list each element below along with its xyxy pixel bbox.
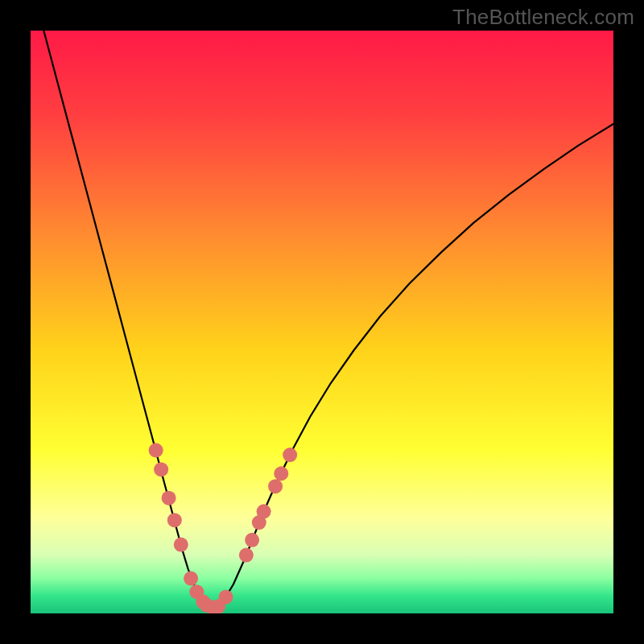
- highlight-dot: [268, 479, 283, 493]
- chart-svg: [31, 31, 613, 613]
- plot-area: [31, 31, 613, 613]
- highlight-dot: [149, 443, 163, 457]
- watermark-text: TheBottleneck.com: [452, 5, 634, 30]
- highlight-dot: [239, 548, 254, 563]
- highlight-dot: [162, 491, 176, 506]
- highlight-dot: [274, 466, 288, 481]
- highlight-dot: [219, 590, 233, 605]
- highlight-dot: [174, 538, 188, 552]
- gradient-background: [31, 31, 613, 613]
- highlight-dot: [257, 504, 271, 518]
- highlight-dot: [245, 533, 259, 547]
- highlight-dot: [154, 462, 168, 477]
- highlight-dot: [184, 572, 198, 586]
- chart-frame: TheBottleneck.com: [0, 0, 644, 644]
- highlight-dot: [283, 448, 297, 462]
- highlight-dot: [167, 513, 182, 527]
